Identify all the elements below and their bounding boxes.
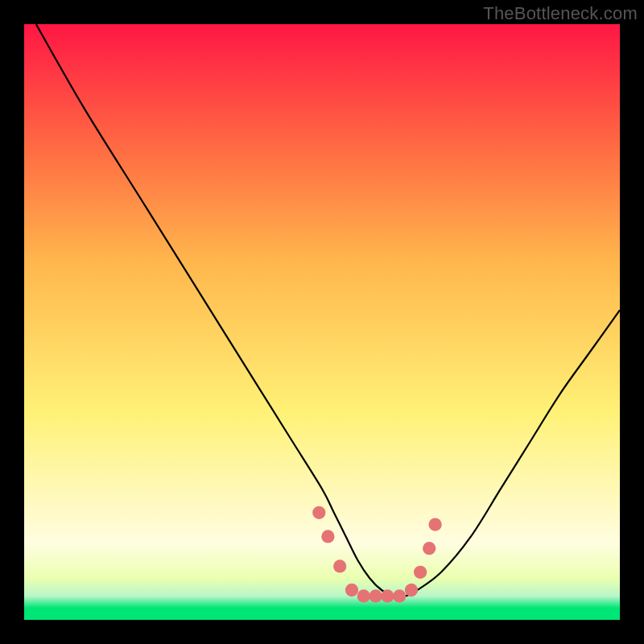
watermark-label: TheBottleneck.com bbox=[483, 3, 638, 24]
curve-marker bbox=[393, 589, 406, 602]
bottleneck-curve bbox=[36, 24, 620, 597]
curve-marker bbox=[414, 566, 427, 579]
curve-svg bbox=[24, 24, 620, 620]
curve-marker bbox=[381, 589, 394, 602]
curve-marker bbox=[428, 518, 441, 530]
curve-marker bbox=[333, 559, 346, 572]
curve-marker bbox=[312, 506, 325, 519]
curve-marker bbox=[405, 584, 418, 597]
curve-marker bbox=[345, 584, 358, 597]
curve-marker bbox=[357, 589, 370, 602]
curve-marker bbox=[321, 530, 334, 543]
plot-area bbox=[24, 24, 620, 620]
curve-markers bbox=[312, 506, 442, 603]
curve-marker bbox=[423, 542, 436, 555]
curve-marker bbox=[369, 589, 382, 602]
chart-frame: TheBottleneck.com bbox=[0, 0, 644, 644]
